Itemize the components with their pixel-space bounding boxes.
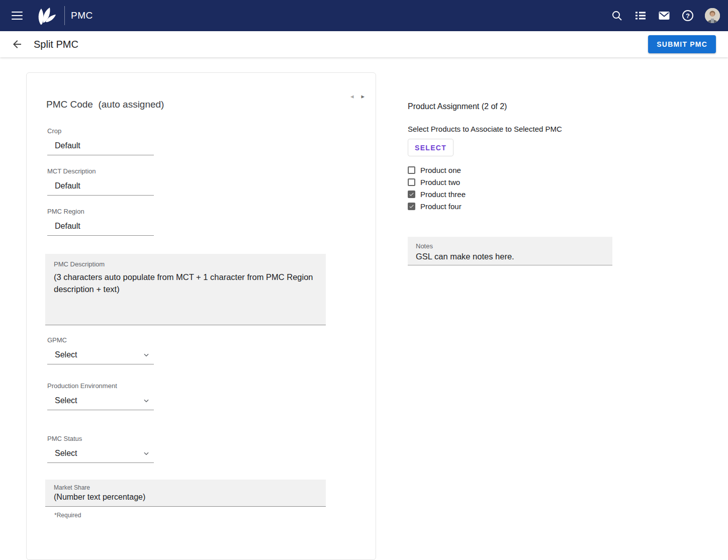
- list-icon[interactable]: [634, 9, 647, 22]
- chevron-down-icon: [143, 397, 150, 404]
- back-arrow-icon[interactable]: [10, 37, 24, 51]
- production-environment-select-value: Select: [55, 396, 77, 405]
- pmc-code-heading: PMC Code (auto assigned): [46, 99, 376, 110]
- pmc-description-textarea[interactable]: PMC Descriptiom (3 characters auto popul…: [45, 254, 326, 325]
- product-assignment-heading: Product Assignment (2 of 2): [408, 102, 619, 111]
- gpmc-label: GPMC: [47, 336, 154, 344]
- menu-icon[interactable]: [9, 8, 25, 24]
- page-toolbar: Split PMC SUBMIT PMC: [0, 31, 728, 57]
- product-four-label: Product four: [420, 202, 462, 211]
- pmc-status-select-value: Select: [55, 449, 77, 458]
- pmc-region-label: PMC Region: [47, 208, 154, 215]
- select-products-button[interactable]: SELECT: [408, 139, 453, 156]
- product-one-label: Product one: [420, 166, 461, 174]
- header-divider: [64, 6, 65, 25]
- notes-label: Notes: [416, 242, 612, 250]
- production-environment-select[interactable]: Select: [47, 396, 154, 410]
- production-environment-field: Production Environment Select: [47, 382, 154, 410]
- mct-description-label: MCT Description: [47, 167, 154, 175]
- product-two-checkbox-row[interactable]: Product two: [408, 176, 619, 188]
- checkbox-icon: [408, 166, 415, 174]
- app-title: PMC: [71, 10, 93, 21]
- mct-description-field: MCT Description Default: [47, 167, 154, 196]
- prev-arrow-icon[interactable]: ◂: [350, 93, 354, 100]
- product-one-checkbox-row[interactable]: Product one: [408, 164, 619, 176]
- mct-description-input[interactable]: Default: [47, 181, 154, 196]
- pmc-region-input[interactable]: Default: [47, 222, 154, 236]
- product-two-label: Product two: [420, 178, 460, 186]
- notes-field[interactable]: Notes GSL can make notes here.: [408, 237, 612, 265]
- help-icon[interactable]: ?: [681, 9, 694, 22]
- market-share-value: (Number text percentage): [54, 493, 326, 502]
- product-checkbox-list: Product one Product two Product three Pr…: [408, 164, 619, 212]
- product-four-checkbox-row[interactable]: Product four: [408, 200, 619, 212]
- search-icon[interactable]: [610, 9, 623, 22]
- product-three-checkbox-row[interactable]: Product three: [408, 188, 619, 200]
- leaf-logo-icon: [32, 5, 58, 27]
- checkbox-icon: [408, 203, 415, 210]
- pmc-region-field: PMC Region Default: [47, 208, 154, 236]
- product-assignment-subheading: Select Products to Associate to Selected…: [408, 125, 619, 133]
- main-content: ◂ ▸ PMC Code (auto assigned) Crop Defaul…: [0, 57, 728, 560]
- crop-label: Crop: [47, 127, 154, 135]
- mail-icon[interactable]: [658, 9, 671, 22]
- pmc-description-value: (3 characters auto populate from MCT + 1…: [54, 271, 315, 295]
- page-title: Split PMC: [34, 39, 78, 50]
- card-pager: ◂ ▸: [350, 93, 365, 100]
- production-environment-label: Production Environment: [47, 382, 154, 390]
- gpmc-field: GPMC Select: [47, 336, 154, 364]
- pmc-status-label: PMC Status: [47, 435, 154, 442]
- crop-input[interactable]: Default: [47, 141, 154, 155]
- chevron-down-icon: [143, 351, 150, 358]
- notes-value: GSL can make notes here.: [416, 252, 612, 261]
- pmc-description-label: PMC Descriptiom: [54, 260, 317, 268]
- submit-pmc-button[interactable]: SUBMIT PMC: [648, 35, 716, 53]
- pmc-status-select[interactable]: Select: [47, 449, 154, 463]
- next-arrow-icon[interactable]: ▸: [361, 93, 365, 100]
- avatar[interactable]: [705, 8, 720, 23]
- app-header: PMC ?: [0, 0, 728, 31]
- product-three-label: Product three: [420, 190, 466, 199]
- pmc-form-card: ◂ ▸ PMC Code (auto assigned) Crop Defaul…: [26, 72, 376, 560]
- gpmc-select[interactable]: Select: [47, 350, 154, 364]
- required-note: *Required: [54, 512, 376, 519]
- market-share-field[interactable]: Market Share (Number text percentage): [45, 480, 326, 507]
- chevron-down-icon: [143, 450, 150, 457]
- gpmc-select-value: Select: [55, 350, 77, 359]
- checkbox-icon: [408, 191, 415, 198]
- pmc-status-field: PMC Status Select: [47, 435, 154, 463]
- product-assignment-panel: Product Assignment (2 of 2) Select Produ…: [408, 102, 619, 265]
- svg-text:?: ?: [686, 12, 690, 20]
- checkbox-icon: [408, 178, 415, 186]
- market-share-label: Market Share: [54, 484, 326, 491]
- crop-field: Crop Default: [47, 127, 154, 155]
